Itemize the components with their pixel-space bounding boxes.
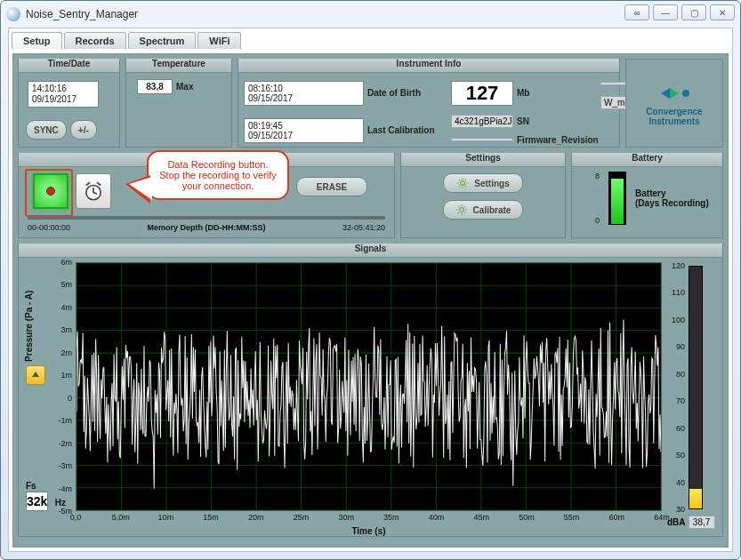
fs-value: 32k: [26, 492, 48, 511]
svg-marker-0: [661, 88, 670, 99]
window-minimize-button[interactable]: —: [653, 4, 678, 20]
timedate-value: 14:10:16 09/19/2017: [28, 81, 99, 108]
dba-meter: 12011010090807060504030 dBA 38,7: [667, 266, 717, 532]
record-icon: [46, 187, 55, 196]
memory-unit: Mb: [517, 88, 597, 98]
dba-fill: [689, 489, 702, 508]
section-temperature: Temperature 83,8 Max: [125, 59, 232, 148]
cal-date: 09/15/2017: [248, 131, 293, 140]
section-battery: Battery 8 0 Battery(Days Recording): [571, 153, 723, 238]
titlebar: Noise_Sentry_Manager ∞ — ▢ ✕: [1, 1, 740, 28]
dba-value: 38,7: [689, 516, 715, 529]
fw-label: Firmware_Revision: [517, 135, 597, 145]
fs-unit: Hz: [55, 498, 66, 508]
tab-wifi[interactable]: WiFi: [197, 32, 241, 49]
section-instrument-info: Instrument Info User ID 08:16:10 09/15/2…: [238, 59, 620, 148]
temp-value: 83,8: [137, 79, 173, 94]
settings-title: Settings: [401, 153, 565, 167]
memory-label: Memory Depth (DD-HH:MM:SS): [28, 223, 385, 232]
section-settings: Settings Settings Calibrate: [400, 153, 566, 238]
sync-button[interactable]: SYNC: [26, 120, 67, 140]
svg-point-6: [461, 181, 465, 186]
calibrate-button[interactable]: Calibrate: [443, 200, 523, 220]
sn-label: SN: [517, 116, 597, 126]
temp-max-label: Max: [176, 82, 193, 92]
time-value: 14:10:16: [32, 84, 67, 93]
battery-fill: [611, 179, 624, 224]
window-close-button[interactable]: ✕: [710, 4, 735, 20]
window-title: Noise_Sentry_Manager: [26, 8, 138, 20]
dob-time: 08:16:10: [248, 84, 283, 93]
dba-scale: 12011010090807060504030: [667, 266, 687, 509]
battery-scale-max: 8: [595, 172, 600, 180]
section-timedate: Time/Date 14:10:16 09/19/2017 SYNC +/-: [18, 59, 120, 148]
dba-label: dBA: [667, 517, 686, 527]
gear-icon: [456, 177, 469, 189]
section-signals: Signals Pressure (Pa - A) 6m5m4m3m2m1m0-…: [18, 244, 723, 537]
fs-box: Fs 32k Hz: [26, 481, 66, 509]
tab-records[interactable]: Records: [64, 32, 126, 49]
tooltip-callout: Data Recording button. Stop the recordin…: [147, 150, 289, 200]
tab-setup[interactable]: Setup: [12, 32, 62, 49]
tab-spectrum[interactable]: Spectrum: [128, 32, 197, 49]
dob-label: Date of Birth: [367, 88, 447, 98]
gear-icon: [455, 204, 468, 216]
erase-button[interactable]: ERASE: [296, 177, 367, 196]
collapse-button[interactable]: [26, 365, 45, 385]
battery-bar: [608, 172, 626, 225]
settings-button[interactable]: Settings: [443, 173, 523, 193]
cal-time: 08:19:45: [248, 121, 283, 131]
client-area: Setup Records Spectrum WiFi Time/Date 14…: [8, 28, 733, 552]
waveform-svg: [77, 263, 661, 510]
setup-panel: Time/Date 14:10:16 09/19/2017 SYNC +/- T: [12, 53, 729, 548]
settings-button-label: Settings: [474, 179, 509, 188]
fw-value: [451, 138, 513, 141]
timedate-title: Time/Date: [19, 59, 119, 73]
svg-point-7: [459, 208, 463, 212]
sn-value: 4c321gBPia2JRHD: [451, 115, 513, 128]
brand-text: ConvergenceInstruments: [646, 107, 702, 126]
window-help-button[interactable]: ∞: [624, 4, 649, 20]
schedule-button[interactable]: [76, 173, 111, 209]
dob-value: 08:16:10 09/15/2017: [244, 81, 364, 106]
arrow-up-icon: [30, 370, 41, 380]
cal-value: 08:19:45 09/15/2017: [244, 118, 364, 143]
tabstrip: Setup Records Spectrum WiFi: [12, 32, 729, 49]
window-maximize-button[interactable]: ▢: [681, 4, 706, 20]
offset-button[interactable]: +/-: [70, 120, 97, 140]
y-axis-ticks: 6m5m4m3m2m1m0-1m-2m-3m-4m-5m: [56, 262, 74, 511]
temperature-title: Temperature: [126, 59, 231, 73]
svg-point-2: [682, 90, 689, 97]
memory-track: [28, 216, 385, 220]
alarm-clock-icon: [82, 180, 105, 203]
cal-label: Last Calibration: [367, 125, 447, 135]
battery-title: Battery: [572, 153, 722, 167]
fs-label: Fs: [26, 481, 66, 491]
battery-scale-min: 0: [595, 216, 600, 225]
battery-label: Battery(Days Recording): [635, 188, 709, 208]
memory-value: 127: [451, 81, 513, 106]
app-window: Noise_Sentry_Manager ∞ — ▢ ✕ Setup Recor…: [0, 0, 741, 560]
app-icon: [6, 7, 20, 21]
waveform-chart: [76, 262, 662, 511]
dob-date: 09/15/2017: [248, 93, 293, 103]
instrument-title: Instrument Info: [238, 59, 619, 73]
x-axis-label: Time (s): [76, 526, 662, 536]
dba-bar: [689, 266, 703, 509]
y-axis-label: Pressure (Pa - A): [24, 291, 34, 362]
calibrate-button-label: Calibrate: [473, 205, 511, 215]
svg-marker-1: [670, 88, 679, 99]
date-value: 09/19/2017: [32, 94, 77, 104]
convergence-logo-icon: [652, 80, 697, 107]
record-button[interactable]: [33, 173, 68, 209]
brand-logo: ConvergenceInstruments: [625, 59, 723, 148]
x-axis-ticks: 0,05,0m10m15m20m25m30m35m40m45m50m55m60m…: [76, 513, 662, 524]
signals-title: Signals: [19, 244, 722, 258]
